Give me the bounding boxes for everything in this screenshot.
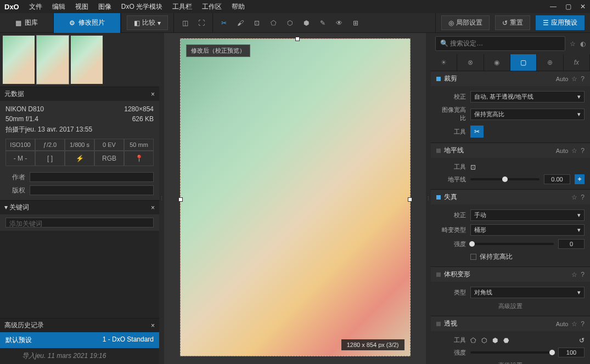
tab-library[interactable]: ▦ 图库	[0, 13, 54, 33]
fullscreen-icon[interactable]: ⛶	[196, 18, 207, 29]
heal-icon[interactable]: ✎	[317, 18, 328, 29]
aspect-select[interactable]: 保持宽高比▾	[470, 109, 585, 120]
close-icon[interactable]: ×	[151, 204, 155, 212]
close-icon[interactable]: ×	[151, 90, 155, 98]
maximize-icon[interactable]: ▢	[565, 3, 571, 10]
reset-button[interactable]: ↺ 重置	[495, 15, 530, 30]
star-icon[interactable]: ☆	[571, 194, 577, 201]
horizon-slider[interactable]	[470, 178, 540, 180]
perspective-tool-3-icon[interactable]: ⬢	[492, 337, 498, 344]
help-icon[interactable]: ?	[581, 147, 585, 155]
enable-toggle[interactable]	[436, 77, 441, 81]
star-icon[interactable]: ☆	[571, 271, 577, 278]
eye-icon[interactable]: 👁	[334, 18, 345, 29]
star-icon[interactable]: ☆	[571, 147, 577, 155]
local-adjustments-button[interactable]: ◎ 局部设置	[441, 15, 490, 30]
volume-section-header[interactable]: 体积变形 ☆ ?	[431, 267, 590, 282]
tab-edit[interactable]: ⚙ 修改照片	[54, 13, 121, 33]
advanced-settings-link[interactable]: 高級設置	[436, 359, 585, 364]
help-icon[interactable]: ?	[581, 271, 585, 278]
distortion-section-header[interactable]: 失真 ☆ ?	[431, 190, 590, 204]
menu-help[interactable]: 帮助	[232, 2, 245, 12]
metadata-header[interactable]: 元数据 ×	[0, 87, 159, 101]
horizon-section-header[interactable]: 地平线 Auto ☆ ?	[431, 143, 590, 158]
grid-overlay-icon[interactable]: ⊞	[350, 18, 361, 29]
auto-label[interactable]: Auto	[556, 76, 569, 82]
intensity-value[interactable]: 0	[558, 239, 585, 249]
correction-select[interactable]: 自动, 基于透视/地平线▾	[470, 91, 585, 103]
tab-color[interactable]: ⊗	[457, 54, 484, 71]
horizon-tool-icon[interactable]: ⊡	[251, 18, 262, 29]
star-icon[interactable]: ☆	[570, 40, 576, 48]
auto-label[interactable]: Auto	[556, 321, 569, 327]
tab-local[interactable]: ⊕	[537, 54, 563, 71]
tab-light[interactable]: ☀	[431, 54, 457, 71]
perspective-icon-1[interactable]: ⬠	[268, 18, 279, 29]
tab-effects[interactable]: fx	[564, 54, 590, 71]
close-icon[interactable]: ✕	[580, 3, 586, 10]
crop-section-header[interactable]: 裁剪 Auto ☆ ?	[431, 71, 590, 86]
history-item[interactable]: 默认预设 1 - DxO Standard	[0, 332, 159, 348]
tab-geometry[interactable]: ▢	[510, 54, 537, 71]
apply-preset-button[interactable]: ☰ 应用预设	[536, 15, 585, 30]
crop-tool-button[interactable]: ✂	[470, 126, 484, 138]
menu-view[interactable]: 视图	[75, 2, 88, 12]
perspective-tool-2-icon[interactable]: ⬡	[481, 337, 487, 344]
intensity-slider[interactable]	[470, 243, 554, 245]
help-icon[interactable]: ?	[581, 194, 585, 201]
perspective-tool-4-icon[interactable]: ⬣	[503, 337, 509, 344]
enable-toggle[interactable]	[436, 272, 441, 277]
enable-toggle[interactable]	[436, 322, 441, 326]
correction-select[interactable]: 手动▾	[470, 209, 585, 221]
type-select[interactable]: 桶形▾	[470, 224, 585, 236]
menu-edit[interactable]: 编辑	[52, 2, 65, 12]
menu-file[interactable]: 文件	[29, 2, 42, 12]
menu-optics[interactable]: DxO 光学模块	[121, 2, 162, 12]
menu-toolbar[interactable]: 工具栏	[172, 2, 192, 12]
perspective-icon-2[interactable]: ⬡	[284, 18, 295, 29]
left-panel: 元数据 × NIKON D8101280×854 50mm f/1.4626 K…	[0, 33, 159, 364]
help-icon[interactable]: ?	[581, 75, 585, 83]
perspective-icon-3[interactable]: ⬢	[301, 18, 312, 29]
star-icon[interactable]: ☆	[571, 75, 577, 83]
thumbnail[interactable]	[2, 35, 35, 84]
brush-icon[interactable]: 🖌	[235, 18, 246, 29]
intensity-slider[interactable]	[470, 351, 554, 354]
help-icon[interactable]: ?	[581, 320, 585, 328]
enable-toggle[interactable]	[436, 149, 441, 153]
advanced-settings-link[interactable]: 高級設置	[436, 300, 585, 312]
history-header[interactable]: 高级历史记录 ×	[0, 318, 159, 332]
type-select[interactable]: 对角线▾	[470, 287, 585, 298]
keep-aspect-checkbox[interactable]	[470, 254, 476, 260]
keywords-input[interactable]: 添加关键词	[5, 218, 154, 228]
left-splitter[interactable]: ⋮	[159, 33, 164, 364]
thumbnail-selected[interactable]	[36, 35, 69, 84]
star-icon[interactable]: ☆	[571, 320, 577, 328]
perspective-tool-1-icon[interactable]: ⬠	[470, 337, 476, 344]
horizon-tool-icon[interactable]: ⊡	[470, 163, 476, 171]
auto-label[interactable]: Auto	[556, 147, 569, 154]
tab-detail[interactable]: ◉	[484, 54, 510, 71]
toggle-icon[interactable]: ◐	[580, 40, 586, 48]
copyright-input[interactable]	[30, 185, 154, 195]
enable-toggle[interactable]	[436, 195, 441, 200]
minimize-icon[interactable]: —	[550, 3, 557, 10]
thumbnail[interactable]	[70, 35, 103, 84]
menu-image[interactable]: 图像	[98, 2, 111, 12]
reset-perspective-icon[interactable]: ↺	[579, 337, 585, 344]
history-item-name: 默认预设	[5, 335, 32, 345]
keywords-header[interactable]: ▾ 关键词 ×	[0, 201, 159, 214]
compare-button[interactable]: ◧ 比较 ▾	[127, 15, 168, 30]
split-view-icon[interactable]: ◫	[179, 18, 190, 29]
photo-canvas[interactable]: 修改后（校正预览） 1280 x 854 px (3/2)	[180, 38, 411, 356]
auto-wand-icon[interactable]: ✦	[575, 174, 585, 184]
right-splitter[interactable]: ⋮	[426, 33, 431, 364]
close-icon[interactable]: ×	[151, 322, 155, 329]
crop-tool-icon[interactable]: ✂	[218, 18, 229, 29]
author-input[interactable]	[30, 172, 154, 182]
menu-workspace[interactable]: 工作区	[202, 2, 222, 12]
horizon-value[interactable]: 0.00	[544, 174, 570, 184]
search-input[interactable]: 🔍 搜索设定…	[435, 36, 565, 51]
intensity-value[interactable]: 100	[558, 348, 585, 357]
perspective-section-header[interactable]: 透视 Auto ☆ ?	[431, 316, 590, 331]
